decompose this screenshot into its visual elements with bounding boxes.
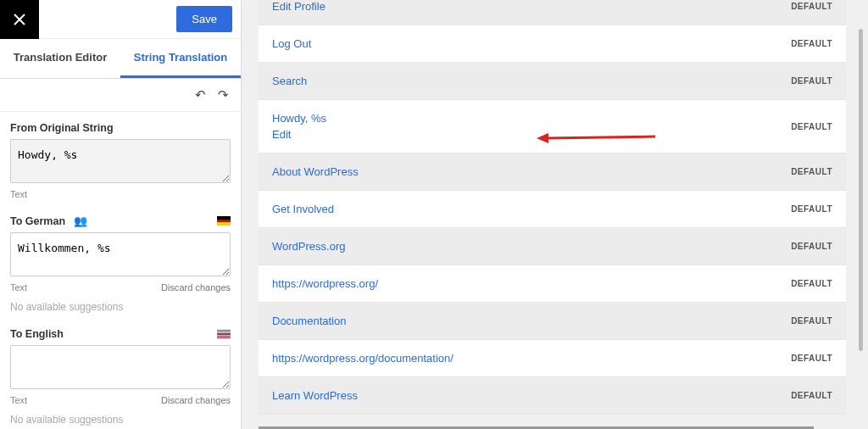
domain-badge: DEFAULT <box>791 316 832 326</box>
string-link[interactable]: https://wordpress.org/documentation/ <box>272 352 453 365</box>
domain-badge: DEFAULT <box>791 122 832 131</box>
domain-badge: DEFAULT <box>791 354 832 363</box>
string-row[interactable]: Learn WordPressDEFAULT <box>259 377 846 415</box>
domain-badge: DEFAULT <box>791 76 832 86</box>
string-link[interactable]: About WordPress <box>272 165 359 178</box>
string-row[interactable]: https://wordpress.org/documentation/DEFA… <box>259 340 846 377</box>
save-button[interactable]: Save <box>176 6 232 32</box>
string-link[interactable]: Howdy, %s <box>272 112 326 125</box>
german-no-suggestions: No available suggestions <box>10 301 231 313</box>
string-row[interactable]: Howdy, %sEditDEFAULT <box>259 100 846 153</box>
close-button[interactable] <box>0 0 39 39</box>
tab-string-translation[interactable]: String Translation <box>120 39 241 78</box>
string-row[interactable]: https://wordpress.org/DEFAULT <box>259 265 846 303</box>
original-string-field <box>10 139 231 183</box>
collaborators-icon[interactable]: 👥 <box>74 214 87 227</box>
domain-badge: DEFAULT <box>791 242 832 251</box>
string-row[interactable]: WordPress.orgDEFAULT <box>259 228 846 265</box>
flag-de-icon <box>217 216 231 226</box>
string-link[interactable]: Get Involved <box>272 203 334 215</box>
string-link[interactable]: WordPress.org <box>272 240 345 253</box>
english-discard[interactable]: Discard changes <box>161 395 231 405</box>
string-row[interactable]: Edit ProfileDEFAULT <box>259 0 846 25</box>
string-link[interactable]: Search <box>272 75 307 87</box>
domain-badge: DEFAULT <box>791 39 832 48</box>
tab-translation-editor[interactable]: Translation Editor <box>0 39 120 78</box>
string-link[interactable]: Log Out <box>272 37 311 50</box>
undo-icon[interactable]: ↶ <box>195 87 206 103</box>
vertical-scrollbar[interactable] <box>859 29 863 351</box>
redo-icon[interactable]: ↷ <box>218 87 229 103</box>
english-translation-field[interactable] <box>10 345 231 389</box>
flag-us-icon <box>217 330 231 339</box>
string-row[interactable]: SearchDEFAULT <box>259 63 846 100</box>
english-no-suggestions: No available suggestions <box>10 414 231 426</box>
domain-badge: DEFAULT <box>791 167 832 176</box>
original-hint: Text <box>10 189 27 199</box>
string-link[interactable]: https://wordpress.org/ <box>272 277 378 290</box>
edit-link[interactable]: Edit <box>272 128 326 141</box>
english-hint: Text <box>10 395 27 405</box>
domain-badge: DEFAULT <box>791 204 832 214</box>
german-hint: Text <box>10 282 27 292</box>
string-row[interactable]: Get InvolvedDEFAULT <box>259 191 846 228</box>
german-translation-field[interactable] <box>10 232 231 276</box>
string-link[interactable]: Documentation <box>272 315 346 327</box>
string-row[interactable]: Log OutDEFAULT <box>259 25 846 63</box>
close-icon <box>13 13 26 26</box>
domain-badge: DEFAULT <box>791 279 832 288</box>
string-list: Edit ProfileDEFAULTLog OutDEFAULTSearchD… <box>242 0 868 429</box>
german-discard[interactable]: Discard changes <box>161 282 231 292</box>
domain-badge: DEFAULT <box>791 391 832 400</box>
string-link[interactable]: Learn WordPress <box>272 389 358 402</box>
german-label: To German <box>10 215 65 227</box>
string-row[interactable]: About WordPressDEFAULT <box>259 153 846 191</box>
original-string-label: From Original String <box>10 122 114 134</box>
english-label: To English <box>10 328 64 340</box>
string-row[interactable]: DocumentationDEFAULT <box>259 303 846 340</box>
domain-badge: DEFAULT <box>791 2 832 11</box>
string-link[interactable]: Edit Profile <box>272 0 326 13</box>
